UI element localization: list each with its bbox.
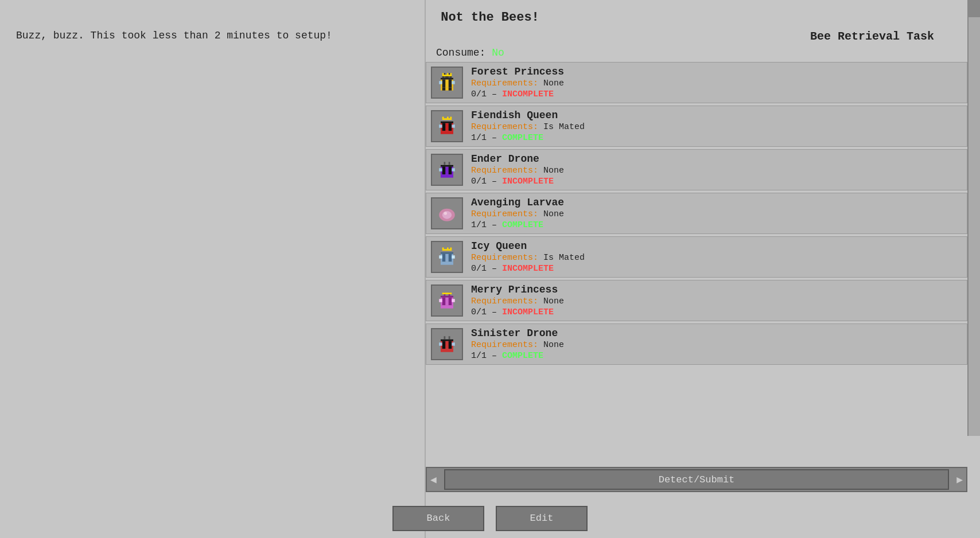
bee-name: Fiendish Queen	[471, 110, 585, 121]
requirements-label: Requirements:	[471, 253, 538, 263]
status-badge: INCOMPLETE	[502, 307, 554, 317]
edit-button[interactable]: Edit	[496, 506, 588, 531]
bee-requirements: Requirements: None	[471, 209, 564, 219]
svg-rect-66	[439, 342, 442, 346]
bee-info: Icy Queen Requirements: Is Mated 0/1 – I…	[471, 240, 585, 274]
bee-requirements: Requirements: None	[471, 340, 564, 350]
bee-entry[interactable]: Avenging Larvae Requirements: None 1/1 –…	[426, 193, 967, 234]
svg-rect-56	[439, 299, 442, 302]
bee-requirements: Requirements: Is Mated	[471, 253, 585, 263]
consume-value: No	[492, 47, 504, 59]
svg-rect-42	[442, 254, 446, 262]
svg-rect-5	[439, 81, 442, 84]
svg-rect-48	[442, 249, 452, 251]
bee-status: 1/1 – COMPLETE	[471, 133, 585, 143]
svg-rect-45	[439, 255, 442, 259]
scrollbar[interactable]	[967, 0, 980, 436]
right-panel: Bee Retrieval Task Consume: No	[426, 0, 980, 538]
bee-list: Forest Princess Requirements: None 0/1 –…	[426, 62, 967, 492]
bee-requirements: Requirements: None	[471, 166, 564, 176]
bee-info: Avenging Larvae Requirements: None 1/1 –…	[471, 197, 564, 230]
bee-name: Icy Queen	[471, 240, 585, 252]
scroll-right-arrow[interactable]: ▶	[956, 473, 963, 486]
bee-info: Ender Drone Requirements: None 0/1 – INC…	[471, 153, 564, 186]
bee-status: 0/1 – INCOMPLETE	[471, 89, 564, 99]
svg-rect-34	[452, 168, 455, 171]
svg-rect-16	[447, 73, 449, 75]
detect-submit-button[interactable]: Detect/Submit	[444, 469, 949, 490]
svg-rect-20	[449, 123, 452, 131]
svg-rect-46	[452, 255, 455, 259]
bee-entry[interactable]: Fiendish Queen Requirements: Is Mated 1/…	[426, 106, 967, 147]
requirements-value: Is Mated	[543, 122, 585, 132]
svg-rect-12	[442, 87, 446, 91]
bee-icon	[431, 154, 463, 186]
bee-info: Forest Princess Requirements: None 0/1 –…	[471, 66, 564, 99]
svg-rect-9	[444, 73, 446, 75]
scrollbar-thumb[interactable]	[967, 0, 980, 17]
requirements-value: None	[543, 166, 564, 176]
svg-rect-4	[442, 76, 452, 78]
bee-name: Forest Princess	[471, 66, 564, 77]
svg-rect-30	[442, 167, 446, 175]
svg-rect-68	[441, 349, 453, 352]
svg-rect-35	[441, 174, 453, 178]
requirements-label: Requirements:	[471, 79, 538, 88]
svg-rect-24	[441, 131, 453, 134]
svg-rect-15	[442, 73, 444, 75]
scroll-left-arrow[interactable]: ◀	[430, 473, 437, 486]
svg-rect-13	[449, 87, 452, 91]
svg-rect-21	[441, 122, 453, 123]
back-button[interactable]: Back	[392, 506, 484, 531]
requirements-label: Requirements:	[471, 122, 538, 132]
svg-point-39	[442, 211, 452, 219]
svg-rect-55	[441, 296, 453, 298]
bee-icon	[431, 67, 463, 99]
consume-line: Consume: No	[436, 47, 504, 59]
status-badge: INCOMPLETE	[502, 177, 554, 186]
bee-icon	[431, 197, 463, 229]
svg-rect-36	[444, 162, 446, 165]
svg-rect-33	[439, 168, 442, 171]
bee-info: Fiendish Queen Requirements: Is Mated 1/…	[471, 110, 585, 143]
bee-icon	[431, 241, 463, 273]
svg-rect-26	[442, 117, 444, 119]
requirements-value: None	[543, 79, 564, 88]
svg-rect-27	[447, 117, 449, 119]
bee-status: 1/1 – COMPLETE	[471, 220, 564, 230]
status-badge: COMPLETE	[502, 351, 543, 361]
bee-entry[interactable]: Sinister Drone Requirements: None 1/1 – …	[426, 323, 967, 365]
bee-requirements: Requirements: Is Mated	[471, 122, 585, 132]
requirements-value: None	[543, 209, 564, 219]
requirements-value: None	[543, 297, 564, 306]
svg-rect-57	[452, 299, 455, 302]
bee-name: Avenging Larvae	[471, 197, 564, 208]
svg-rect-50	[447, 248, 449, 249]
bee-icon	[431, 284, 463, 317]
bee-name: Sinister Drone	[471, 328, 564, 339]
svg-rect-10	[449, 73, 450, 75]
requirements-value: Is Mated	[543, 253, 585, 263]
svg-rect-43	[449, 254, 452, 262]
svg-rect-1	[442, 80, 446, 88]
bee-entry[interactable]: Ender Drone Requirements: None 0/1 – INC…	[426, 149, 967, 190]
svg-rect-22	[439, 124, 442, 128]
bee-entry[interactable]: Icy Queen Requirements: Is Mated 0/1 – I…	[426, 236, 967, 278]
bee-status: 0/1 – INCOMPLETE	[471, 307, 564, 317]
bee-entry[interactable]: Merry Princess Requirements: None 0/1 – …	[426, 280, 967, 321]
bee-entry[interactable]: Forest Princess Requirements: None 0/1 –…	[426, 62, 967, 103]
svg-rect-14	[442, 75, 452, 76]
bee-requirements: Requirements: None	[471, 79, 564, 88]
svg-rect-44	[441, 252, 453, 254]
svg-rect-28	[450, 117, 452, 119]
bee-icon	[431, 328, 463, 360]
bee-status: 0/1 – INCOMPLETE	[471, 264, 585, 274]
svg-rect-2	[449, 80, 452, 88]
svg-rect-25	[442, 118, 452, 120]
svg-rect-31	[449, 167, 452, 175]
requirements-label: Requirements:	[471, 209, 538, 219]
bee-status: 0/1 – INCOMPLETE	[471, 177, 564, 186]
svg-rect-37	[449, 162, 450, 165]
svg-rect-49	[442, 248, 444, 249]
svg-rect-53	[442, 298, 446, 306]
